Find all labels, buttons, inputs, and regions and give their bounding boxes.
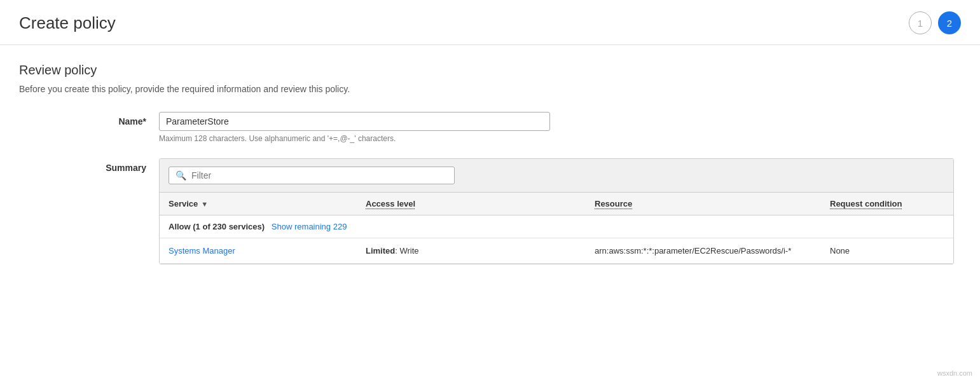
filter-input-wrapper[interactable]: 🔍 [169, 167, 455, 184]
search-icon: 🔍 [176, 170, 186, 181]
page-title: Create policy [19, 13, 116, 33]
allow-row: Allow (1 of 230 services) Show remaining… [160, 215, 953, 238]
col-service[interactable]: Service ▼ [169, 199, 366, 208]
summary-container: 🔍 Service ▼ Access level Resource Reques… [159, 158, 954, 264]
cell-access-level: Limited: Write [366, 246, 595, 256]
main-content: Review policy Before you create this pol… [0, 45, 980, 299]
page-header: Create policy 1 2 [0, 0, 980, 44]
show-remaining-link[interactable]: Show remaining 229 [272, 222, 347, 231]
filter-input[interactable] [191, 170, 448, 181]
name-hint: Maximum 128 characters. Use alphanumeric… [159, 134, 550, 143]
service-link[interactable]: Systems Manager [169, 246, 235, 256]
col-resource: Resource [595, 199, 830, 208]
cell-request-condition: None [830, 246, 954, 256]
section-title: Review policy [19, 63, 961, 78]
section-description: Before you create this policy, provide t… [19, 84, 961, 94]
name-input[interactable] [159, 112, 550, 131]
filter-bar: 🔍 [160, 159, 953, 193]
watermark: wsxdn.com [937, 369, 972, 377]
step-1-indicator: 1 [909, 11, 932, 34]
table-header: Service ▼ Access level Resource Request … [160, 193, 953, 215]
step-indicators: 1 2 [909, 11, 961, 34]
name-field-group: Maximum 128 characters. Use alphanumeric… [159, 112, 550, 143]
cell-service: Systems Manager [169, 246, 366, 256]
summary-label: Summary [19, 158, 159, 173]
col-access-level: Access level [366, 199, 595, 208]
col-request-condition: Request condition [830, 199, 954, 208]
allow-count-text: Allow (1 of 230 services) [169, 222, 265, 231]
name-form-row: Name* Maximum 128 characters. Use alphan… [19, 112, 961, 143]
table-row: Systems Manager Limited: Write arn:aws:s… [160, 238, 953, 264]
cell-resource: arn:aws:ssm:*:*:parameter/EC2Rescue/Pass… [595, 246, 830, 256]
summary-form-row: Summary 🔍 Service ▼ Access level [19, 158, 961, 264]
name-label: Name* [19, 112, 159, 126]
step-2-indicator: 2 [938, 11, 961, 34]
sort-icon: ▼ [201, 200, 208, 208]
